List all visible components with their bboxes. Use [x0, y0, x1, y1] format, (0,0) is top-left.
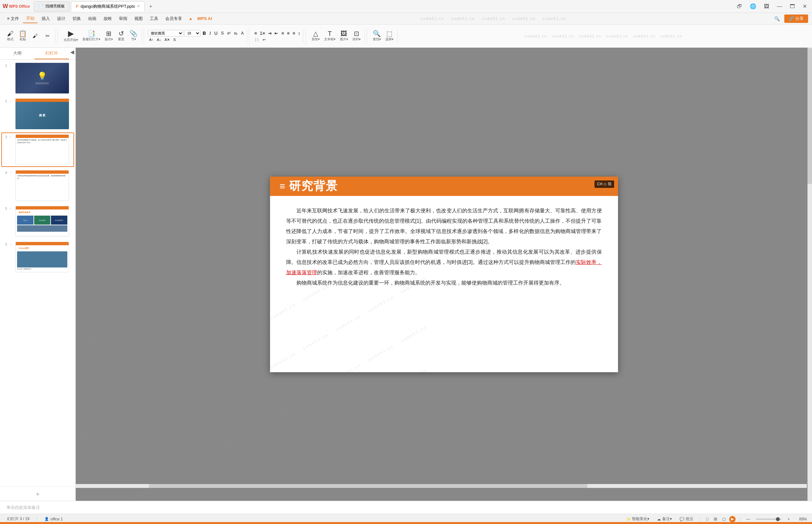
menu-wps-ai[interactable]: WPS AI — [194, 15, 215, 22]
sidebar-tab-outline[interactable]: 大纲 — [0, 48, 34, 59]
slide-num-4: 4 — [3, 171, 7, 175]
align-center-button[interactable]: ≡ — [286, 30, 290, 36]
image-button[interactable]: 🖼 图片▾ — [338, 29, 350, 43]
zoom-slider[interactable] — [756, 519, 782, 520]
font-family-select[interactable]: 微软雅黑 — [148, 30, 183, 36]
tab-pptx[interactable]: P django购物商城系统PPT.pptx ✕ — [71, 1, 145, 12]
window-close-btn[interactable]: ✕ — [800, 3, 809, 10]
slide5-img2: Django框架 — [34, 216, 51, 225]
align-left-button[interactable]: ≡ — [280, 30, 285, 36]
slide-num-2: 2 — [3, 99, 7, 103]
share-button[interactable]: 🔗 分享 — [784, 15, 808, 23]
view-grid-btn[interactable]: ⊞ — [712, 516, 719, 522]
underline-button[interactable]: U — [213, 30, 219, 36]
start-slideshow-button[interactable]: ▶ 当页开始▾ — [62, 29, 80, 43]
tab-templates[interactable]: 📄 找稽壳模板 — [34, 1, 70, 12]
menu-insert[interactable]: 插入 — [38, 15, 53, 23]
slide-thumb-5: 相用开发技术 Python Django框架 MySQL数据库 — [15, 206, 69, 236]
sidebar: 大纲 幻灯片 ◀ 1 ☆ 💡 购物商城系统 2 ☆ — [0, 48, 76, 501]
view-normal-btn[interactable]: □ — [704, 516, 711, 522]
col-button[interactable]: ⎰⎱ — [253, 37, 260, 42]
format-icon: 🖌 — [7, 30, 14, 37]
slide-item-2[interactable]: 2 ☆ 摘 要 — [1, 97, 74, 131]
bullet-button[interactable]: ≡ — [253, 30, 258, 36]
indent-button[interactable]: ⇥ — [267, 30, 272, 36]
font-color-button[interactable]: A — [240, 30, 245, 36]
vertical-scrollbar[interactable] — [808, 48, 812, 501]
sidebar-collapse-button[interactable]: ◀ — [69, 48, 76, 59]
align-right-button[interactable]: ≡ — [292, 30, 296, 36]
menu-animation[interactable]: 动画 — [85, 15, 100, 23]
office-label-text: office 1 — [50, 517, 63, 521]
window-minimize-button[interactable]: 🗗 — [734, 3, 745, 10]
backup-button[interactable]: ☁ 备注▾ — [655, 515, 674, 522]
view-play-btn[interactable]: ▶ — [729, 516, 736, 522]
menu-tools[interactable]: 工具 — [147, 15, 162, 23]
clear-format-button[interactable]: A✕ — [163, 37, 171, 42]
slide-item-5[interactable]: 5 ☆ 相用开发技术 Python Django框架 — [1, 204, 74, 239]
decrease-font-button[interactable]: A↓ — [156, 37, 162, 42]
notes-placeholder[interactable]: 单击此处添加备注 — [6, 504, 806, 511]
menu-file[interactable]: ≡ 文件 — [4, 15, 22, 23]
window-maximize-btn[interactable]: 🗖 — [787, 3, 797, 10]
horizontal-scrollbar[interactable] — [76, 484, 807, 488]
title-controls: 🗗 🌐 🖼 — 🗖 ✕ — [734, 3, 809, 10]
slide-canvas[interactable]: ≡ 研究背景 CH ◇ 简 近年来互联网技术飞速发展，给人们的生活带来了极大便利… — [270, 177, 618, 372]
slide-item-3[interactable]: 3 ☆ 近年来互联网技术飞速发展，给人们的生活带来了极大便利，也改变人们的生活生… — [1, 132, 74, 167]
sidebar-tab-slides[interactable]: 幻灯片 — [34, 48, 69, 59]
shapes-button[interactable]: △ 形状▾ — [310, 29, 321, 43]
paste-button[interactable]: 📋 粘贴 — [17, 29, 29, 43]
add-slide-button[interactable]: ＋ — [0, 487, 76, 501]
view-buttons: □ ⊞ ◻ ▶ — [704, 516, 736, 522]
select-button[interactable]: ⬚ 选择▾ — [383, 29, 395, 43]
separator-1 — [57, 28, 58, 44]
menu-start[interactable]: 开始 — [23, 14, 38, 23]
window-globe-button[interactable]: 🌐 — [747, 3, 759, 10]
menu-slideshow[interactable]: 放映 — [100, 15, 115, 23]
increase-font-button[interactable]: A↑ — [148, 37, 155, 42]
menu-transition[interactable]: 切换 — [69, 15, 84, 23]
italic-button[interactable]: I — [208, 30, 212, 36]
menu-design[interactable]: 设计 — [54, 15, 69, 23]
tab-close-icon[interactable]: ✕ — [137, 4, 140, 9]
window-image-button[interactable]: 🖼 — [761, 3, 772, 10]
menu-vip[interactable]: 会员专享 — [162, 15, 185, 23]
subscript-button[interactable]: x² — [226, 30, 232, 36]
ch-badge[interactable]: CH ◇ 简 — [595, 180, 614, 188]
numbering-button[interactable]: 1≡ — [259, 30, 266, 36]
line-spacing-button[interactable]: ↕ — [297, 30, 301, 36]
zoom-in-button[interactable]: + — [785, 516, 792, 522]
text-direction-button[interactable]: ↩ — [261, 37, 267, 42]
search-toolbar-btn[interactable]: 🔍 — [772, 15, 782, 22]
strikethrough-button[interactable]: S — [220, 30, 225, 36]
format-button[interactable]: 🖌 格式 — [4, 29, 16, 43]
arrange-button[interactable]: ⊡ 排列▾ — [351, 29, 363, 43]
cut-button[interactable]: ✂ — [42, 32, 53, 40]
zoom-out-button[interactable]: — — [744, 516, 752, 522]
font-size-select[interactable]: 18 — [184, 30, 200, 36]
comment-button[interactable]: 💬 批注 — [678, 515, 695, 522]
bold-button[interactable]: B — [201, 30, 207, 36]
find-button[interactable]: 🔍 查找▾ — [371, 29, 383, 43]
slide-num-5: 5 — [3, 207, 7, 210]
textbox-button[interactable]: T 文本框▾ — [322, 29, 337, 43]
separator-4 — [305, 28, 306, 44]
outdent-button[interactable]: ⇤ — [274, 30, 279, 36]
menu-review[interactable]: 审阅 — [116, 15, 131, 23]
slide-item-6[interactable]: 6 ☆ Python语言 Python是一种解释型语言... — [1, 240, 74, 274]
reset-button[interactable]: ↺ 重置 — [115, 29, 127, 43]
window-minimize-btn[interactable]: — — [774, 3, 784, 10]
view-read-btn[interactable]: ◻ — [720, 516, 728, 522]
section-button[interactable]: 📎 节▾ — [128, 29, 139, 43]
superscript-button[interactable]: x₂ — [233, 30, 239, 36]
copy-format-button[interactable]: 🖌 — [29, 32, 41, 40]
slide-item-4[interactable]: 4 ☆ 计算机技术快速发展的同时也促进信息化发展，新型购物商城管理模式... — [1, 168, 74, 203]
new-slide-button[interactable]: 📑 新建幻灯片▾ — [81, 29, 102, 43]
tab-add-button[interactable]: + — [146, 2, 155, 11]
shadow-button[interactable]: S — [172, 37, 177, 42]
slide5-img3: MySQL数据库 — [51, 216, 67, 225]
slide-item-1[interactable]: 1 ☆ 💡 购物商城系统 — [1, 61, 74, 95]
layout-button[interactable]: ⊞ 版式▾ — [103, 29, 115, 43]
menu-view[interactable]: 视图 — [131, 15, 146, 23]
beautify-button[interactable]: ✨ 智能美化▾ — [624, 515, 651, 522]
